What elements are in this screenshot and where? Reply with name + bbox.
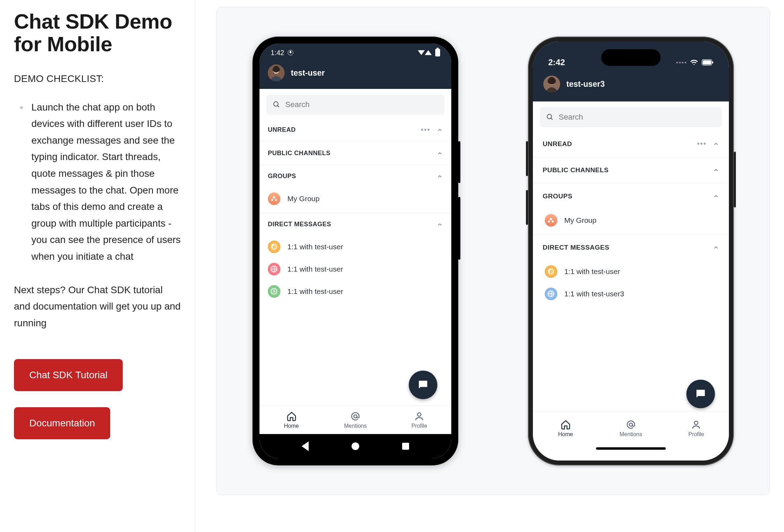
- chevron-up-icon[interactable]: [437, 127, 443, 133]
- more-icon[interactable]: •••: [697, 140, 707, 148]
- more-icon[interactable]: •••: [421, 126, 430, 134]
- tab-profile-label: Profile: [412, 423, 427, 429]
- at-icon: [626, 419, 636, 430]
- left-panel: Chat SDK Demo for Mobile DEMO CHECKLIST:…: [0, 0, 195, 532]
- dm-avatar-icon: [268, 263, 280, 275]
- svg-point-14: [547, 114, 552, 119]
- android-search-input[interactable]: [285, 100, 438, 109]
- signal-icon: [418, 50, 425, 55]
- cellular-dots-icon: [676, 62, 686, 63]
- section-groups-label: GROUPS: [543, 192, 572, 200]
- dm-row[interactable]: 1:1 with test-user: [259, 258, 451, 280]
- chevron-up-icon[interactable]: [437, 173, 443, 180]
- group-row[interactable]: My Group: [259, 188, 451, 213]
- battery-icon: [435, 49, 440, 56]
- section-dm[interactable]: DIRECT MESSAGES: [533, 235, 729, 260]
- dm-row[interactable]: 1:1 with test-user: [259, 236, 451, 258]
- ios-status-right: [676, 59, 714, 66]
- tab-profile[interactable]: Profile: [664, 412, 729, 444]
- group-name: My Group: [564, 216, 596, 225]
- search-icon: [273, 101, 280, 108]
- next-steps-text: Next steps? Our Chat SDK tutorial and do…: [14, 282, 181, 332]
- section-groups[interactable]: GROUPS: [533, 183, 729, 209]
- group-row[interactable]: My Group: [533, 209, 729, 235]
- dm-row[interactable]: 1:1 with test-user: [259, 280, 451, 303]
- section-public-label: PUBLIC CHANNELS: [268, 150, 331, 157]
- ios-username: test-user3: [566, 79, 605, 89]
- preview-card: 1:42 test-user: [216, 7, 770, 495]
- ios-tabbar: Home Mentions Profile: [533, 412, 729, 444]
- section-unread-label: UNREAD: [543, 140, 572, 148]
- chevron-up-icon[interactable]: [437, 221, 443, 228]
- android-home-button[interactable]: [352, 442, 359, 450]
- dm-row[interactable]: 1:1 with test-user: [533, 260, 729, 283]
- tab-mentions[interactable]: Mentions: [598, 412, 663, 444]
- svg-point-2: [274, 102, 278, 106]
- android-status-bar: 1:42: [259, 44, 451, 60]
- section-unread[interactable]: UNREAD •••: [259, 118, 451, 142]
- section-public[interactable]: PUBLIC CHANNELS: [533, 157, 729, 183]
- dm-label: 1:1 with test-user: [564, 267, 620, 276]
- new-chat-fab[interactable]: [686, 380, 715, 408]
- dm-avatar-icon: [545, 265, 557, 278]
- section-dm[interactable]: DIRECT MESSAGES: [259, 213, 451, 236]
- dm-label: 1:1 with test-user3: [564, 290, 624, 298]
- section-unread-label: UNREAD: [268, 126, 296, 134]
- wifi-icon: [690, 59, 698, 66]
- svg-line-15: [551, 118, 553, 120]
- checklist: Launch the chat app on both devices with…: [14, 99, 181, 265]
- group-icon: [268, 192, 280, 205]
- android-recent-button[interactable]: [402, 443, 409, 450]
- tab-profile[interactable]: Profile: [387, 406, 451, 434]
- android-back-button[interactable]: [302, 441, 309, 451]
- documentation-button[interactable]: Documentation: [14, 407, 110, 439]
- section-unread[interactable]: UNREAD •••: [533, 131, 729, 157]
- tab-home[interactable]: Home: [533, 412, 598, 444]
- tab-profile-label: Profile: [688, 431, 704, 438]
- battery-icon: [702, 59, 714, 66]
- tutorial-button[interactable]: Chat SDK Tutorial: [14, 359, 123, 391]
- ios-search-input[interactable]: [559, 113, 716, 122]
- checklist-item: Launch the chat app on both devices with…: [31, 99, 181, 265]
- ios-phone-frame: 2:42 test-user3: [528, 37, 734, 465]
- dm-avatar-icon: [268, 241, 280, 253]
- ios-screen: 2:42 test-user3: [533, 41, 729, 461]
- new-chat-fab[interactable]: [409, 371, 437, 399]
- search-icon: [546, 113, 554, 121]
- section-groups-label: GROUPS: [268, 173, 296, 180]
- chevron-up-icon[interactable]: [713, 141, 719, 147]
- android-search-box[interactable]: [266, 94, 444, 115]
- preview-area: 1:42 test-user: [195, 0, 784, 532]
- dm-row[interactable]: 1:1 with test-user3: [533, 283, 729, 305]
- android-status-right: [418, 49, 440, 56]
- tab-mentions-label: Mentions: [620, 431, 642, 438]
- section-groups[interactable]: GROUPS: [259, 165, 451, 188]
- home-icon: [286, 411, 297, 421]
- ios-search-box[interactable]: [540, 107, 722, 127]
- tab-mentions-label: Mentions: [344, 423, 367, 429]
- android-content: UNREAD ••• PUBLIC CHANNELS GROUPS: [259, 118, 451, 405]
- avatar[interactable]: [268, 64, 285, 81]
- android-search-wrap: [259, 89, 451, 118]
- tab-home-label: Home: [284, 423, 299, 429]
- android-app-header: test-user: [259, 60, 451, 89]
- svg-point-18: [630, 423, 633, 426]
- tab-home[interactable]: Home: [259, 406, 323, 434]
- dm-avatar-icon: [545, 288, 557, 300]
- chevron-up-icon[interactable]: [713, 167, 719, 173]
- ios-search-wrap: [533, 101, 729, 131]
- mic-icon: [288, 50, 293, 55]
- ios-home-indicator[interactable]: [533, 444, 729, 461]
- svg-rect-11: [712, 61, 713, 63]
- group-icon: [545, 214, 557, 227]
- page-title: Chat SDK Demo for Mobile: [14, 10, 181, 56]
- chevron-up-icon[interactable]: [713, 193, 719, 199]
- signal-icon: [425, 50, 432, 55]
- avatar[interactable]: [543, 76, 560, 92]
- at-icon: [350, 411, 361, 421]
- section-public[interactable]: PUBLIC CHANNELS: [259, 142, 451, 165]
- chevron-up-icon[interactable]: [713, 244, 719, 251]
- checklist-heading: DEMO CHECKLIST:: [14, 73, 181, 84]
- chevron-up-icon[interactable]: [437, 150, 443, 157]
- tab-mentions[interactable]: Mentions: [323, 406, 387, 434]
